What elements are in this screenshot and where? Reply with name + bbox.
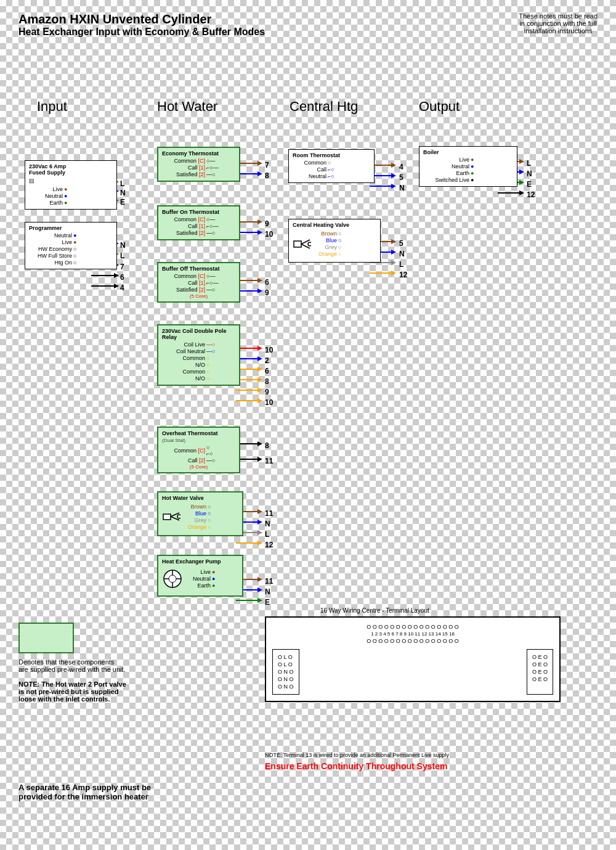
relay-9: 9 xyxy=(265,388,269,396)
hw-brown-label: Brown xyxy=(183,504,206,510)
pump-content: Live ● Neutral ● Earth ● xyxy=(162,566,238,591)
hw-orange-row: Orange ○ xyxy=(183,524,212,530)
hw-brown-dot: ○ xyxy=(208,504,211,510)
col-input: Input xyxy=(37,99,67,115)
relay-common1-row: Common ○ xyxy=(162,355,235,361)
svg-marker-75 xyxy=(519,170,524,174)
rt-common-label: Common xyxy=(293,160,326,166)
chv-brown-row: Brown ○ xyxy=(314,231,342,237)
terminal-top-circles: O O O O O O O O O O O O O O O O xyxy=(272,624,553,630)
ch-valve-title: Central Heating Valve xyxy=(293,222,376,228)
rt-call-label: Call xyxy=(293,166,326,173)
econ-8: 8 xyxy=(265,171,269,180)
lr2: O L O xyxy=(278,661,294,668)
relay-coillive-label: Coil Live xyxy=(162,341,205,348)
svg-marker-31 xyxy=(257,356,262,361)
relay-no2-dot: ○ xyxy=(206,375,209,382)
chv-blue-dot: ○ xyxy=(338,237,341,243)
relay-groups: O L O O L O O N O O N O O N O O E O O E … xyxy=(272,649,553,695)
hw-orange-label: Orange xyxy=(183,524,206,530)
pump-earth-label: Earth xyxy=(186,582,211,589)
fuse-symbol: ⊟ xyxy=(29,178,113,184)
bufon-10: 10 xyxy=(265,230,273,239)
pump-live-row: Live ● xyxy=(186,569,216,575)
pump-box: Heat Exchanger Pump Live ● Neutral ● xyxy=(157,555,243,597)
bufoff-common-label: Common [C] xyxy=(162,273,205,279)
pump-neutral-label: Neutral xyxy=(186,576,211,582)
rr2: O E O xyxy=(532,661,548,668)
oh-11: 11 xyxy=(265,457,273,465)
econ-common-dot: ○— xyxy=(206,158,215,164)
svg-marker-69 xyxy=(391,260,396,265)
svg-marker-71 xyxy=(391,271,396,276)
prog-N: N xyxy=(120,241,126,250)
prog-L: L xyxy=(120,251,124,260)
oh-common-row: Common [C] ○⌐○ xyxy=(162,444,235,457)
hw-grey-label: Grey xyxy=(183,517,206,523)
rt-4: 4 xyxy=(399,163,403,171)
terminal-layout-label: 16 Way Wiring Centre - Terminal Layout xyxy=(320,607,429,614)
lr5: O N O xyxy=(278,684,294,690)
overheat-box: Overheat Thermostat (Dual Stat) Common [… xyxy=(157,427,240,473)
relay-box: 230Vac Coil Double Pole Relay Coil Live … xyxy=(157,324,240,386)
immersion-note: A separate 16 Amp supply must beprovided… xyxy=(18,783,246,801)
relay-common2-row: Common ○ xyxy=(162,369,235,375)
pump-live-label: Live xyxy=(186,569,211,575)
bufoff-call-dot: ⌐○— xyxy=(206,280,219,286)
oh-call-label: Call [2] xyxy=(162,457,205,464)
rt-call-row: Call ⌐○ xyxy=(293,166,370,173)
chv-grey-label: Grey xyxy=(314,244,337,250)
bufon-satisfied-dot: —○ xyxy=(206,230,215,236)
prog-live-label: Live xyxy=(29,239,72,245)
relay-no2-label: N/O xyxy=(162,375,205,382)
relay-coillive-row: Coil Live —○ xyxy=(162,341,235,348)
ch-valve-box: Central Heating Valve Brown ○ Blue ○ Gre… xyxy=(288,219,381,263)
relay-no1-row: N/O ○ xyxy=(162,362,235,368)
svg-marker-37 xyxy=(257,388,262,393)
room-thermostat-title: Room Thermostat xyxy=(293,152,370,158)
pump-earth-dot: ● xyxy=(212,582,215,589)
prog-neutral-dot: ● xyxy=(73,232,76,239)
bufon-call-label: Call [1] xyxy=(162,223,205,229)
svg-marker-23 xyxy=(257,230,262,235)
prog-4: 4 xyxy=(120,284,124,292)
svg-marker-51 xyxy=(257,541,262,546)
pump-neutral-row: Neutral ● xyxy=(186,576,216,582)
prog-htgon-row: Htg On ○ xyxy=(29,259,113,266)
chv-5: 5 xyxy=(399,239,403,248)
chv-L: L xyxy=(399,260,403,269)
bufoff-6: 6 xyxy=(265,278,269,287)
fused-supply-box: 230Vac 6 AmpFused Supply ⊟ Live ● Neutra… xyxy=(25,160,117,210)
svg-marker-59 xyxy=(391,163,396,168)
programmer-box: Programmer Neutral ● Live ● HW Economy ○… xyxy=(25,222,117,269)
econ-satisfied-row: Satisfied [2] —○ xyxy=(162,171,235,178)
relay-10: 10 xyxy=(265,346,273,354)
bufon-9: 9 xyxy=(265,219,269,228)
svg-marker-39 xyxy=(257,398,262,403)
pump-neutral-dot: ● xyxy=(212,576,215,582)
prog-hwstore-row: HW Full Store ○ xyxy=(29,253,113,259)
boiler-L: L xyxy=(527,159,531,168)
pump-earth-row: Earth ● xyxy=(186,582,216,589)
bufoff-9: 9 xyxy=(265,288,269,297)
economy-thermostat-title: Economy Thermostat xyxy=(162,150,235,157)
hw-blue-label: Blue xyxy=(183,510,206,517)
room-thermostat-box: Room Thermostat Common ○ Call ⌐○ Neutral… xyxy=(288,149,375,183)
header-note: These notes must be readin conjunction w… xyxy=(519,12,598,35)
svg-rect-93 xyxy=(294,241,301,247)
svg-marker-19 xyxy=(257,171,262,176)
svg-marker-61 xyxy=(391,173,396,178)
col-central-htg: Central Htg xyxy=(290,99,358,115)
boiler-box: Boiler Live ● Neutral ● Earth ● Switched… xyxy=(419,146,517,187)
header: Amazon HXIN Unvented Cylinder Heat Excha… xyxy=(18,12,265,38)
boiler-earth-dot: ● xyxy=(471,170,474,176)
econ-satisfied-dot: —○ xyxy=(206,171,215,178)
svg-marker-13 xyxy=(114,273,119,278)
prog-live-dot: ● xyxy=(73,239,76,245)
oh-call-row: Call [2] —○ xyxy=(162,457,235,464)
rt-common-dot: ○ xyxy=(328,160,331,166)
boiler-title: Boiler xyxy=(423,149,513,155)
chv-grey-row: Grey ○ xyxy=(314,244,342,250)
bufon-satisfied-label: Satisfied [2] xyxy=(162,230,205,236)
lr3: O N O xyxy=(278,669,294,675)
